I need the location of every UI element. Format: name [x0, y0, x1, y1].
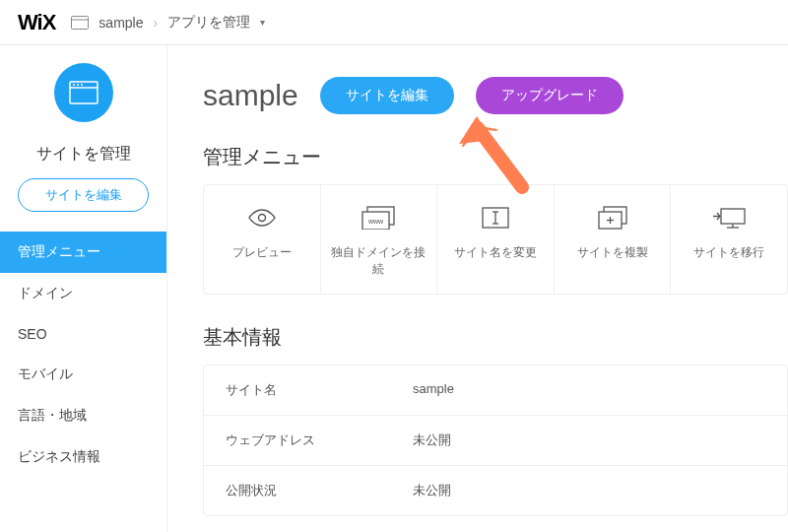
- info-key: サイト名: [226, 381, 413, 399]
- svg-point-5: [77, 84, 79, 86]
- chevron-down-icon[interactable]: ▾: [260, 17, 265, 28]
- sidebar-item-menu[interactable]: 管理メニュー: [0, 232, 166, 273]
- page-title: sample: [203, 79, 298, 112]
- info-row: サイト名 sample: [204, 366, 787, 416]
- text-cursor-icon: [445, 203, 546, 233]
- menu-section-title: 管理メニュー: [203, 144, 788, 170]
- www-icon: www: [329, 203, 429, 233]
- svg-point-6: [81, 84, 83, 86]
- info-row: 公開状況 未公開: [204, 466, 787, 515]
- card-preview[interactable]: プレビュー: [204, 185, 321, 294]
- info-table: サイト名 sample ウェブアドレス 未公開 公開状況 未公開: [203, 365, 788, 516]
- card-label: 独自ドメインを接続: [329, 244, 429, 278]
- duplicate-icon: [562, 203, 663, 233]
- edit-site-button[interactable]: サイトを編集: [320, 77, 454, 114]
- card-label: プレビュー: [212, 244, 312, 261]
- eye-icon: [212, 203, 312, 233]
- breadcrumb-site[interactable]: sample: [98, 15, 143, 31]
- action-cards: プレビュー www 独自ドメインを接続 サイト名を変更 サイトを複製: [203, 184, 788, 295]
- info-row: ウェブアドレス 未公開: [204, 416, 787, 466]
- svg-text:www: www: [367, 218, 384, 225]
- info-value: 未公開: [413, 482, 451, 499]
- info-value: 未公開: [413, 432, 451, 449]
- svg-point-4: [73, 84, 75, 86]
- migrate-icon: [679, 203, 779, 233]
- svg-rect-19: [721, 209, 745, 224]
- svg-rect-0: [72, 16, 89, 29]
- upgrade-button[interactable]: アップグレード: [476, 77, 624, 114]
- window-icon: [69, 81, 98, 104]
- card-label: サイトを移行: [679, 244, 779, 261]
- breadcrumb[interactable]: sample › アプリを管理 ▾: [71, 14, 265, 32]
- card-duplicate[interactable]: サイトを複製: [555, 185, 672, 294]
- basic-info-section: 基本情報 サイト名 sample ウェブアドレス 未公開 公開状況 未公開: [203, 324, 788, 516]
- card-domain[interactable]: www 独自ドメインを接続: [321, 185, 438, 294]
- main: sample サイトを編集 アップグレード 管理メニュー プレビュー www 独…: [167, 45, 788, 532]
- sidebar-edit-button[interactable]: サイトを編集: [18, 178, 149, 212]
- sidebar-item-lang[interactable]: 言語・地域: [0, 395, 166, 436]
- sidebar: サイトを管理 サイトを編集 管理メニュー ドメイン SEO モバイル 言語・地域…: [0, 45, 167, 532]
- info-key: 公開状況: [226, 482, 413, 499]
- topbar: WiX sample › アプリを管理 ▾: [0, 0, 788, 45]
- breadcrumb-section[interactable]: アプリを管理: [167, 14, 250, 32]
- sidebar-item-business[interactable]: ビジネス情報: [0, 436, 166, 478]
- card-label: サイト名を変更: [445, 244, 546, 261]
- breadcrumb-sep: ›: [154, 15, 159, 31]
- sidebar-title: サイトを管理: [0, 144, 166, 165]
- brand-logo[interactable]: WiX: [18, 10, 55, 35]
- info-value: sample: [413, 381, 454, 399]
- site-badge: [54, 63, 113, 122]
- sidebar-item-seo[interactable]: SEO: [0, 314, 166, 354]
- page-head: sample サイトを編集 アップグレード: [203, 77, 788, 114]
- site-icon: [71, 16, 89, 30]
- sidebar-item-mobile[interactable]: モバイル: [0, 354, 166, 395]
- sidebar-item-domain[interactable]: ドメイン: [0, 273, 166, 314]
- card-rename[interactable]: サイト名を変更: [437, 185, 555, 294]
- info-key: ウェブアドレス: [226, 432, 413, 449]
- card-label: サイトを複製: [562, 244, 663, 261]
- info-section-title: 基本情報: [203, 324, 788, 351]
- card-migrate[interactable]: サイトを移行: [671, 185, 787, 294]
- svg-point-7: [258, 215, 265, 222]
